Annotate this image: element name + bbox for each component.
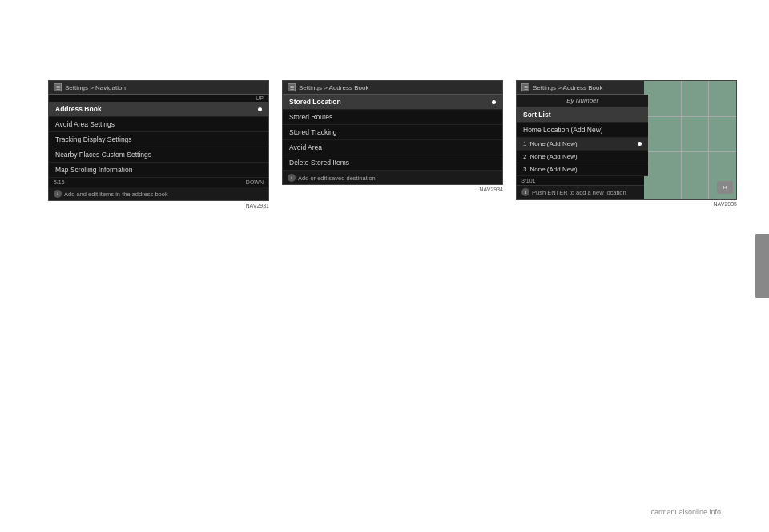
screen1-menu-icon: ☰ — [54, 83, 62, 91]
screens-container: ☰ Settings > Navigation UP Address Book … — [48, 80, 737, 208]
screen2-menu: Stored Location Stored Routes Stored Tra… — [283, 95, 502, 171]
screen1-up: UP — [49, 95, 268, 102]
screen3-info-icon: i — [521, 188, 529, 196]
menu-item-tracking-display[interactable]: Tracking Display Settings — [49, 132, 268, 147]
screen2-code: NAV2934 — [282, 187, 503, 192]
screen1-status: i Add and edit items in the address book — [49, 187, 268, 200]
screen2-status: i Add or edit saved destination — [283, 171, 502, 184]
item1-dot — [638, 142, 642, 146]
screen-panel-1: ☰ Settings > Navigation UP Address Book … — [48, 80, 269, 208]
screen3-sort-list[interactable]: Sort List — [517, 107, 648, 123]
screen1-code: NAV2931 — [48, 203, 269, 208]
item3-number: 3 — [523, 166, 526, 173]
screen3-by-number: By Number — [517, 95, 648, 107]
screen2-header: ☰ Settings > Address Book — [283, 81, 502, 95]
screen1-breadcrumb: Settings > Navigation — [65, 84, 126, 91]
nav-screen-1: ☰ Settings > Navigation UP Address Book … — [48, 80, 269, 201]
menu-dot-2 — [492, 100, 496, 104]
screen3-item-1[interactable]: 1 None (Add New) — [517, 138, 648, 151]
menu-item-stored-location[interactable]: Stored Location — [283, 95, 502, 110]
screen2-info-icon: i — [288, 174, 296, 182]
screen2-menu-icon: ☰ — [288, 83, 296, 91]
page-background: ☰ Settings > Navigation UP Address Book … — [0, 0, 769, 532]
item2-number: 2 — [523, 153, 526, 160]
watermark: carmanualsonline.info — [650, 508, 721, 516]
screen-panel-3: ☰ Settings > Address Book H By Nu — [516, 80, 737, 207]
screen3-breadcrumb: Settings > Address Book — [533, 84, 602, 91]
screen3-menu-icon: ☰ — [521, 83, 529, 91]
map-overlay: H — [644, 81, 736, 199]
menu-item-delete-stored[interactable]: Delete Stored Items — [283, 155, 502, 171]
screen2-breadcrumb: Settings > Address Book — [299, 84, 368, 91]
screen3-item-3[interactable]: 3 None (Add New) — [517, 163, 648, 176]
screen1-info-icon: i — [54, 190, 62, 198]
menu-item-avoid-area[interactable]: Avoid Area Settings — [49, 117, 268, 132]
menu-item-nearby-places[interactable]: Nearby Places Custom Settings — [49, 147, 268, 163]
menu-item-stored-routes[interactable]: Stored Routes — [283, 110, 502, 125]
nav-screen-3: ☰ Settings > Address Book H By Nu — [516, 80, 737, 200]
menu-item-avoid-area[interactable]: Avoid Area — [283, 140, 502, 155]
screen3-menu-area: By Number Sort List Home Location (Add N… — [517, 95, 648, 176]
screen3-code: NAV2935 — [516, 201, 737, 207]
content-area: ☰ Settings > Navigation UP Address Book … — [0, 0, 769, 532]
screen3-home-location[interactable]: Home Location (Add New) — [517, 123, 648, 138]
item1-number: 1 — [523, 140, 526, 147]
menu-item-stored-tracking[interactable]: Stored Tracking — [283, 125, 502, 140]
menu-item-map-scrolling[interactable]: Map Scrolling Information — [49, 163, 268, 178]
map-home-icon: H — [717, 181, 733, 194]
screen3-item-2[interactable]: 2 None (Add New) — [517, 151, 648, 163]
menu-item-address-book[interactable]: Address Book — [49, 102, 268, 117]
screen1-pagination: 5/15 DOWN — [49, 178, 268, 187]
menu-dot-1 — [258, 107, 262, 111]
screen1-header: ☰ Settings > Navigation — [49, 81, 268, 95]
screen-panel-2: ☰ Settings > Address Book Stored Locatio… — [282, 80, 503, 192]
screen1-menu: Address Book Avoid Area Settings Trackin… — [49, 102, 268, 178]
nav-screen-2: ☰ Settings > Address Book Stored Locatio… — [282, 80, 503, 185]
right-tab — [755, 234, 769, 298]
